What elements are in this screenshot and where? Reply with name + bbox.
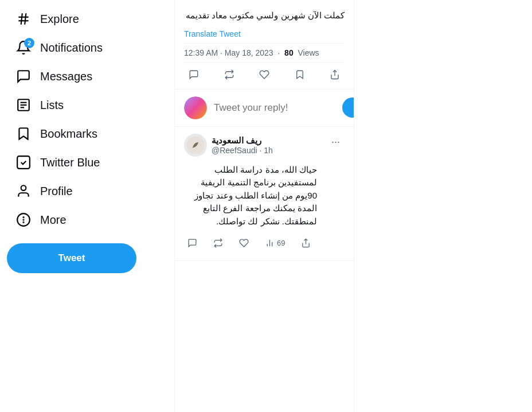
reply-button[interactable]: Reply [342,98,354,118]
sidebar-item-messages-label: Messages [40,70,92,83]
svg-line-2 [21,13,22,25]
sidebar-item-messages[interactable]: Messages [7,62,101,91]
tweet-timestamp: 12:39 AM · May 18, 2023 · 80 Views [184,43,345,62]
sidebar-item-lists-label: Lists [40,99,64,112]
reply-author-name: ريف السعودية [212,135,273,146]
sidebar-item-more-label: More [40,213,66,227]
reply-views-button[interactable]: 69 [261,235,288,251]
share-button[interactable] [325,65,345,84]
sidebar-item-profile[interactable]: Profile [7,177,82,205]
reply-tweet-avatar [184,134,207,157]
user-avatar [184,96,207,119]
sidebar-item-profile-label: Profile [40,185,73,198]
like-button[interactable] [255,65,274,84]
reply-tweet-user: ريف السعودية @ReefSaudi · 1h [184,134,273,157]
reply-like-button[interactable] [236,235,252,251]
tweet-section: كملت الآن شهرين ولسي مكتوب معاد تقديمه T… [175,0,354,90]
bookmark-action-button[interactable] [290,65,310,84]
main-content: كملت الآن شهرين ولسي مكتوب معاد تقديمه T… [175,0,354,412]
sidebar-item-more[interactable]: More [7,205,76,234]
sidebar-item-notifications-label: Notifications [40,41,103,55]
svg-point-9 [21,185,26,191]
reply-input[interactable] [214,102,335,114]
comment-button[interactable] [184,65,204,84]
sidebar-item-lists[interactable]: Lists [7,91,73,119]
reply-views-count: 69 [277,239,285,247]
tweet-views-label: Views [298,48,319,57]
reply-box: Reply [175,90,354,127]
sidebar-item-twitter-blue-label: Twitter Blue [40,156,100,169]
right-panel [354,0,532,412]
tweet-button[interactable]: Tweet [7,243,136,273]
sidebar-item-explore-label: Explore [40,13,79,26]
reply-tweet-actions: 69 [184,232,345,254]
reply-tweet-meta: ريف السعودية @ReefSaudi · 1h [212,135,273,155]
bell-icon: 2 [16,40,31,55]
sidebar-item-notifications[interactable]: 2 Notifications [7,33,112,62]
twitter-blue-icon [16,155,31,170]
sidebar-item-bookmarks[interactable]: Bookmarks [7,119,107,148]
sidebar-item-twitter-blue[interactable]: Twitter Blue [7,148,109,177]
tweet-views-count: 80 [284,48,294,57]
profile-icon [16,184,31,199]
retweet-button[interactable] [220,65,239,84]
svg-line-3 [25,13,26,25]
message-icon [16,69,31,84]
hashtag-icon [16,11,31,26]
tweet-arabic-text: كملت الآن شهرين ولسي مكتوب معاد تقديمه [184,9,345,27]
notification-badge: 2 [24,38,34,48]
list-icon [16,98,31,112]
user-avatar-image [184,96,207,119]
sidebar-item-explore[interactable]: Explore [7,5,88,33]
reply-retweet-button[interactable] [210,235,226,251]
reply-tweet: ريف السعودية @ReefSaudi · 1h ··· حياك ال… [175,127,354,262]
reply-share-button[interactable] [298,235,314,251]
translate-tweet-link[interactable]: Translate Tweet [184,27,241,43]
more-icon [16,212,31,227]
sidebar-item-bookmarks-label: Bookmarks [40,127,97,141]
tweet-actions [184,62,345,89]
reply-more-button[interactable]: ··· [327,134,345,150]
tweet-time: 12:39 AM · May 18, 2023 [184,48,273,57]
svg-rect-8 [17,156,30,169]
bookmark-icon [16,126,31,141]
reply-comment-button[interactable] [184,235,201,251]
sidebar: Explore 2 Notifications Messages Lists B… [0,0,175,412]
reply-tweet-body: حياك الله، مدة دراسة الطلب لمستفيدين برن… [184,159,345,233]
svg-point-13 [23,222,24,223]
reply-author-handle: @ReefSaudi · 1h [212,146,273,155]
reply-tweet-header: ريف السعودية @ReefSaudi · 1h ··· [184,134,345,157]
